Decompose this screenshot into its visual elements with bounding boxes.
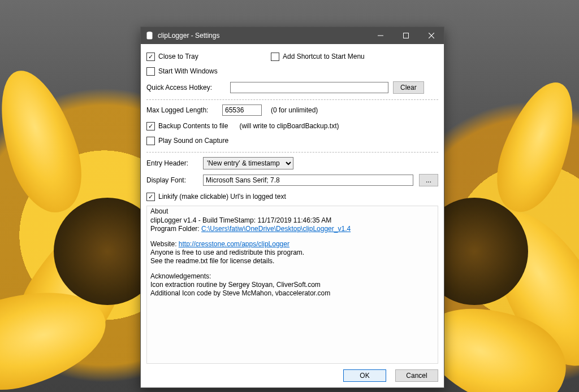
app-icon (145, 31, 154, 40)
settings-window: clipLogger - Settings Close to Tray Star… (140, 27, 444, 388)
ack-line-2: Additional Icon code by Steve McMahon, v… (150, 289, 434, 298)
close-button[interactable] (418, 27, 444, 44)
titlebar[interactable]: clipLogger - Settings (141, 27, 444, 44)
display-font-label: Display Font: (146, 176, 192, 184)
checkbox-icon (146, 67, 155, 76)
checkbox-icon (146, 122, 155, 130)
divider (146, 152, 438, 153)
ack-title: Acknowledgements: (150, 272, 434, 281)
svg-rect-3 (403, 33, 408, 38)
max-length-label: Max Logged Length: (146, 106, 211, 114)
svg-rect-1 (148, 32, 151, 33)
cancel-button[interactable]: Cancel (395, 369, 438, 382)
start-with-windows-label: Start With Windows (158, 67, 218, 75)
program-folder-label: Program Folder: (150, 225, 201, 233)
backup-hint: (will write to clipBoardBackup.txt) (239, 122, 339, 130)
close-to-tray-label: Close to Tray (158, 53, 198, 60)
backup-label: Backup Contents to file (158, 122, 228, 130)
readme-text: See the readme.txt file for license deta… (150, 257, 434, 265)
linkify-label: Linkify (make clickable) Url's in logged… (158, 193, 286, 201)
divider (146, 99, 438, 100)
close-to-tray-checkbox[interactable]: Close to Tray (146, 51, 248, 62)
font-browse-button[interactable]: ... (419, 174, 438, 186)
start-with-windows-checkbox[interactable]: Start With Windows (146, 66, 248, 77)
ack-line-1: Icon extraction routine by Sergey Stoyan… (150, 281, 434, 289)
quick-access-input[interactable] (230, 82, 388, 93)
website-link[interactable]: http://cresstone.com/apps/clipLogger (179, 240, 290, 248)
maximize-button[interactable] (393, 27, 418, 44)
entry-header-label: Entry Header: (146, 159, 192, 167)
website-label: Website: (150, 240, 179, 248)
quick-access-label: Quick Access Hotkey: (146, 84, 220, 92)
sound-label: Play Sound on Capture (158, 137, 228, 145)
window-title: clipLogger - Settings (158, 32, 219, 40)
checkbox-icon (146, 193, 155, 201)
max-length-hint: (0 for unlimited) (271, 106, 318, 114)
checkbox-icon (146, 53, 155, 61)
checkbox-icon (271, 53, 279, 61)
display-font-box[interactable] (203, 175, 413, 186)
redistribute-text: Anyone is free to use and redistribute t… (150, 249, 434, 257)
about-group: About clipLogger v1.4 - Build TimeStamp:… (146, 206, 438, 364)
backup-checkbox[interactable]: Backup Contents to file (will write to c… (146, 120, 438, 132)
about-legend: About (150, 207, 434, 215)
max-length-input[interactable] (222, 104, 262, 116)
linkify-checkbox[interactable]: Linkify (make clickable) Url's in logged… (146, 191, 438, 202)
ok-button[interactable]: OK (343, 369, 386, 382)
entry-header-select[interactable]: 'New entry' & timestamp (203, 157, 293, 169)
program-folder-link[interactable]: C:\Users\fatiw\OneDrive\Desktop\clipLogg… (201, 225, 351, 233)
clear-button[interactable]: Clear (393, 81, 424, 94)
add-shortcut-label: Add Shortcut to Start Menu (283, 53, 365, 60)
sound-checkbox[interactable]: Play Sound on Capture (146, 135, 438, 146)
checkbox-icon (146, 137, 155, 145)
minimize-button[interactable] (368, 27, 393, 44)
add-shortcut-checkbox[interactable]: Add Shortcut to Start Menu (271, 51, 365, 62)
about-version-line: clipLogger v1.4 - Build TimeStamp: 11/17… (150, 216, 434, 225)
